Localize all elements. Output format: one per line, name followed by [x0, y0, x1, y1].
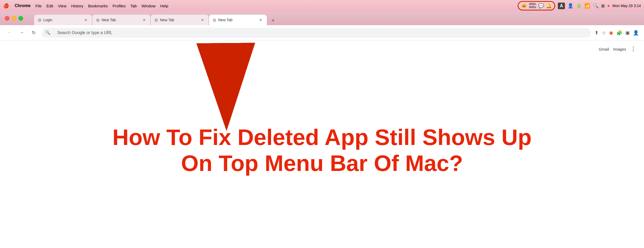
menu-edit[interactable]: Edit — [46, 4, 53, 8]
tab-close-button[interactable]: ✕ — [200, 18, 205, 22]
tab-close-button[interactable]: ✕ — [142, 18, 147, 22]
tab-newtab-3[interactable]: ⊙ New Tab ✕ — [209, 15, 267, 25]
tab-login[interactable]: ⊙ Login ✕ — [34, 15, 92, 25]
back-button[interactable]: ← — [5, 29, 14, 37]
gmail-link[interactable]: Gmail — [599, 47, 609, 51]
sidebar-icon[interactable]: ▣ — [625, 30, 630, 36]
search-icon[interactable]: 🔍 — [593, 3, 599, 9]
menu-tab[interactable]: Tab — [130, 4, 137, 8]
address-search-icon: 🔍 — [45, 30, 50, 35]
window-maximize-button[interactable] — [18, 16, 23, 21]
net-speed: 0KB/s 0KB/s — [529, 3, 536, 9]
menu-file[interactable]: File — [35, 4, 41, 8]
forward-button[interactable]: → — [17, 29, 26, 37]
svg-line-1 — [226, 56, 226, 116]
tab-title: New Tab — [160, 18, 198, 22]
headline-line2: On Top Menu Bar Of Mac? — [112, 150, 532, 176]
system-time: Mon May 29 3:14 — [612, 4, 641, 8]
google-links: Gmail Images ⋮ — [599, 46, 636, 52]
tab-close-button[interactable]: ✕ — [258, 18, 263, 22]
notification-icon: 🔔 — [546, 3, 552, 9]
control-center-icon[interactable]: ⊞ — [601, 3, 605, 8]
extensions-icon[interactable]: 🧩 — [616, 30, 622, 36]
google-apps-button[interactable]: ⋮ — [630, 46, 636, 52]
tab-newtab-2[interactable]: ⊙ New Tab ✕ — [151, 15, 209, 25]
images-link[interactable]: Images — [613, 47, 626, 51]
menu-window[interactable]: Window — [142, 4, 155, 8]
menu-history[interactable]: History — [71, 4, 84, 8]
addressbar-icons: ⬆ ☆ ◉ 🧩 ▣ 👤 — [595, 30, 639, 36]
tab-favicon: ⊙ — [154, 18, 158, 23]
tab-close-button[interactable]: ✕ — [84, 18, 88, 22]
a-icon: A — [558, 3, 565, 9]
tab-favicon: ⊙ — [213, 18, 216, 23]
reload-button[interactable]: ↻ — [29, 29, 38, 37]
chrome-ext-icon[interactable]: ◉ — [609, 30, 613, 36]
profile-icon: 👤 — [568, 3, 573, 9]
address-text: Search Google or type a URL — [57, 30, 112, 35]
circled-menu-icons: 🐱 0KB/s 0KB/s 💬 🔔 — [518, 1, 555, 10]
menu-view[interactable]: View — [58, 4, 66, 8]
bookmark-icon[interactable]: ☆ — [602, 30, 606, 36]
tab-title: Login — [43, 18, 81, 22]
menu-help[interactable]: Help — [160, 4, 168, 8]
cat-icon: 🐱 — [521, 3, 527, 9]
article-headline: How To Fix Deleted App Still Shows Up On… — [102, 124, 542, 176]
tab-favicon: ⊙ — [38, 18, 41, 23]
share-icon[interactable]: ⬆ — [595, 30, 599, 36]
menu-profiles[interactable]: Profiles — [112, 4, 126, 8]
apple-menu[interactable]: 🍎 — [3, 3, 9, 9]
chrome-icon: ● — [607, 3, 610, 8]
menu-bar: 🍎 Chrome File Edit View History Bookmark… — [0, 0, 644, 12]
menu-bookmarks[interactable]: Bookmarks — [88, 4, 108, 8]
tab-title: New Tab — [102, 18, 140, 22]
menu-bar-right: 🐱 0KB/s 0KB/s 💬 🔔 A 👤 🔋 📶 🔍 ⊞ ● Mon May … — [518, 1, 641, 10]
battery-icon: 🔋 — [576, 3, 582, 9]
tab-favicon: ⊙ — [96, 18, 100, 23]
new-tab-button[interactable]: + — [268, 16, 278, 25]
wifi-icon: 📶 — [584, 3, 590, 9]
window-close-button[interactable] — [5, 16, 9, 21]
tab-newtab-1[interactable]: ⊙ New Tab ✕ — [92, 15, 150, 25]
wechat-icon: 💬 — [538, 3, 544, 9]
menu-chrome[interactable]: Chrome — [15, 3, 30, 8]
tab-title: New Tab — [218, 18, 256, 22]
main-content: Gmail Images ⋮ How To Fix Deleted App St… — [0, 40, 644, 248]
headline-line1: How To Fix Deleted App Still Shows Up — [112, 124, 532, 150]
address-bar: ← → ↻ 🔍 Search Google or type a URL ⬆ ☆ … — [0, 25, 644, 40]
address-input[interactable]: 🔍 Search Google or type a URL — [41, 28, 591, 38]
profile-avatar[interactable]: 👤 — [633, 30, 639, 36]
window-minimize-button[interactable] — [12, 16, 16, 21]
